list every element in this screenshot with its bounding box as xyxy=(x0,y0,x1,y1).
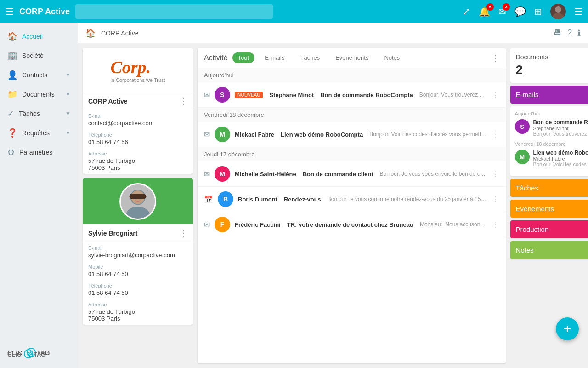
content-area: Corp. in Corporations we Trust CORP Acti… xyxy=(78,43,588,368)
activity-item[interactable]: ✉ S NOUVEAU Stéphane Minot Bon de comman… xyxy=(198,82,506,108)
email-avatar: S xyxy=(515,119,530,134)
evenements-section-bar[interactable]: Evénements + ↗ ▼ xyxy=(510,200,588,218)
mail-icon[interactable]: ✉ 3 xyxy=(498,6,506,17)
company-logo-text: Corp. xyxy=(110,57,165,77)
company-email-label: E-mail xyxy=(88,113,187,119)
activity-item[interactable]: ✉ F Frédéric Faccini TR: votre demande d… xyxy=(198,212,506,237)
company-logo-sub: in Corporations we Trust xyxy=(110,77,165,83)
activity-header: Activité Tout E-mails Tâches Evénements … xyxy=(198,48,506,68)
item-more-icon[interactable]: ⋮ xyxy=(492,220,499,229)
search-input[interactable] xyxy=(75,4,273,19)
activity-item[interactable]: ✉ M Michelle Saint-Hélène Bon de command… xyxy=(198,161,506,187)
chevron-down-icon: ▼ xyxy=(65,110,71,117)
activity-sender: Stéphane Minot xyxy=(269,92,314,98)
item-more-icon[interactable]: ⋮ xyxy=(492,195,499,204)
emails-expanded: Aujourd'hui S Bon de commande RoboCompta… xyxy=(510,106,588,176)
svg-text:&: & xyxy=(27,351,31,357)
sidebar-item-parametres[interactable]: ⚙ Paramètres xyxy=(0,143,78,162)
help-icon[interactable]: ? xyxy=(567,28,572,38)
activity-preview: Bonjour, Vous trouverez ci-joint le bon … xyxy=(419,92,487,98)
svg-text:TAG: TAG xyxy=(34,351,45,358)
activity-sender: Michelle Saint-Hélène xyxy=(235,171,296,178)
email-info: Lien web démo RoboCompta Mickael Fabre B… xyxy=(533,150,588,167)
sidebar-item-label: Accueil xyxy=(22,33,43,40)
tab-emails[interactable]: E-mails xyxy=(259,52,290,63)
info-icon[interactable]: ℹ xyxy=(577,28,581,38)
calendar-type-icon: 📅 xyxy=(204,195,213,204)
company-icon: 🏢 xyxy=(7,51,17,61)
breadcrumb-actions: 🖶 ? ℹ xyxy=(554,28,581,38)
item-more-icon[interactable]: ⋮ xyxy=(492,91,499,99)
company-card: Corp. in Corporations we Trust CORP Acti… xyxy=(83,48,193,174)
email-type-icon: ✉ xyxy=(204,91,210,99)
company-address-line1: 57 rue de Turbigo xyxy=(88,157,187,164)
activity-avatar: F xyxy=(215,217,230,232)
company-name-bar: CORP Active ⋮ xyxy=(83,92,193,110)
chevron-down-icon: ▼ xyxy=(65,72,71,78)
chevron-down-icon: ▼ xyxy=(65,91,71,98)
activity-avatar: B xyxy=(218,191,233,207)
sidebar-item-taches[interactable]: ✓ Tâches ▼ xyxy=(0,104,78,123)
grid-icon[interactable]: ⊞ xyxy=(534,6,542,17)
email-date-today: Aujourd'hui xyxy=(515,111,588,116)
contact-more-icon[interactable]: ⋮ xyxy=(179,228,187,238)
main-content: 🏠 CORP Active 🖶 ? ℹ Corp. in Corporation… xyxy=(78,23,588,368)
sidebar-item-societe[interactable]: 🏢 Société xyxy=(0,46,78,65)
documents-count: 2 xyxy=(516,63,548,77)
contact-address-line2: 75003 Paris xyxy=(88,315,187,322)
tab-evenements[interactable]: Evénements xyxy=(330,52,374,63)
emails-section-title: E-mails xyxy=(516,91,588,98)
activity-more-icon[interactable]: ⋮ xyxy=(491,53,499,63)
production-section-bar[interactable]: Production ↗ xyxy=(510,220,588,238)
email-date-vendredi: Vendredi 18 décembre xyxy=(515,141,588,147)
chevron-down-icon: ▼ xyxy=(65,130,71,136)
tab-taches[interactable]: Tâches xyxy=(295,52,326,63)
company-logo-area: Corp. in Corporations we Trust xyxy=(83,48,193,92)
user-avatar[interactable] xyxy=(550,4,566,19)
email-avatar: M xyxy=(515,150,530,164)
notifications-icon[interactable]: 🔔 5 xyxy=(479,6,490,17)
home-icon: 🏠 xyxy=(7,31,17,41)
mail-badge: 3 xyxy=(503,3,510,11)
sidebar-item-label: Société xyxy=(22,52,44,59)
activity-title: Activité xyxy=(204,54,228,62)
company-more-icon[interactable]: ⋮ xyxy=(179,96,187,106)
email-type-icon: ✉ xyxy=(204,130,210,139)
fab-button[interactable]: + xyxy=(556,317,579,340)
svg-text:CLIC: CLIC xyxy=(7,351,22,358)
activity-item[interactable]: 📅 B Boris Dumont Rendez-vous Bonjour, je… xyxy=(198,187,506,212)
activity-preview: Monsieur, Nous accusons réception de vot… xyxy=(420,221,487,228)
email-item[interactable]: M Lien web démo RoboCompta Mickael Fabre… xyxy=(515,150,588,167)
menu-icon[interactable]: ☰ xyxy=(6,6,14,17)
emails-section-bar[interactable]: E-mails + ↗ ▲ xyxy=(510,86,588,104)
activity-subject: Bon de commande client xyxy=(303,171,373,178)
expand-icon[interactable]: ⤢ xyxy=(463,6,470,17)
topnav-right: ⤢ 🔔 5 ✉ 3 💬 ⊞ ☰ xyxy=(463,4,582,19)
email-from: Stéphane Minot xyxy=(533,126,588,131)
tab-tout[interactable]: Tout xyxy=(232,52,255,63)
contact-email-value: sylvie-brogniart@corpactive.com xyxy=(88,252,187,259)
activity-avatar: S xyxy=(215,87,230,103)
activity-card: Activité Tout E-mails Tâches Evénements … xyxy=(198,48,506,363)
date-header-today: Aujourd'hui xyxy=(198,68,506,82)
hamburger-icon[interactable]: ☰ xyxy=(574,6,582,17)
topnav: ☰ CORP Active ⤢ 🔔 5 ✉ 3 💬 ⊞ ☰ xyxy=(0,0,588,23)
print-icon[interactable]: 🖶 xyxy=(554,28,562,38)
sidebar-item-accueil[interactable]: 🏠 Accueil xyxy=(0,27,78,46)
activity-preview: Bonjour, je vous confirme notre rendez-v… xyxy=(328,196,487,202)
item-more-icon[interactable]: ⋮ xyxy=(492,170,499,178)
email-item[interactable]: S Bon de commande RoboCompta Stéphane Mi… xyxy=(515,119,588,137)
chat-icon[interactable]: 💬 xyxy=(514,6,526,17)
taches-section-bar[interactable]: Tâches + ↗ ▼ xyxy=(510,179,588,197)
notes-section-bar[interactable]: Notes + ↗ ▼ xyxy=(510,241,588,259)
sidebar-item-documents[interactable]: 📁 Documents ▼ xyxy=(0,85,78,104)
activity-subject: Lien web démo RoboCompta xyxy=(281,131,363,138)
item-more-icon[interactable]: ⋮ xyxy=(492,130,499,139)
activity-sender: Mickael Fabre xyxy=(235,131,274,138)
sidebar-item-contacts[interactable]: 👤 Contacts ▼ xyxy=(0,65,78,85)
tab-notes[interactable]: Notes xyxy=(379,52,405,63)
activity-item[interactable]: ✉ M Mickael Fabre Lien web démo RoboComp… xyxy=(198,122,506,147)
svg-rect-10 xyxy=(130,194,147,199)
sidebar-item-requetes[interactable]: ❓ Requêtes ▼ xyxy=(0,123,78,143)
contact-mobile-value: 01 58 64 74 50 xyxy=(88,270,187,277)
